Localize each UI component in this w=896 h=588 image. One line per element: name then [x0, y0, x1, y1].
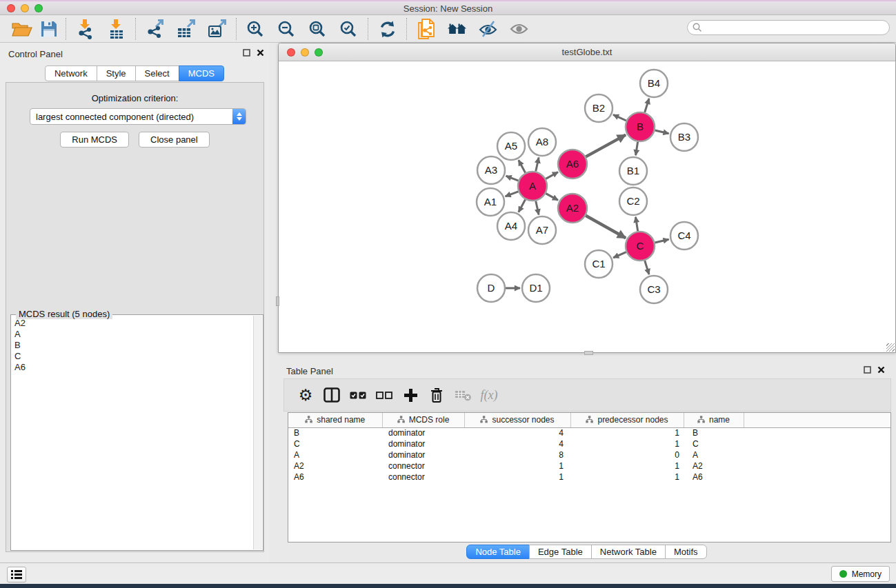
graph-node-C[interactable]: C	[626, 232, 655, 261]
graph-node-B[interactable]: B	[626, 112, 655, 141]
tab-mcds[interactable]: MCDS	[179, 65, 224, 81]
graph-edge-A-A3[interactable]	[506, 176, 519, 181]
graph-edge-B-B3[interactable]	[655, 130, 668, 134]
table-row[interactable]: A2connector11A2	[288, 460, 891, 472]
graph-edge-A-A1[interactable]	[506, 192, 519, 196]
table-cell[interactable]: dominator	[382, 427, 464, 438]
graph-edge-A-A8[interactable]	[536, 158, 539, 172]
export-table-icon[interactable]	[170, 17, 201, 41]
graph-node-A6[interactable]: A6	[558, 150, 587, 179]
run-mcds-button[interactable]: Run MCDS	[60, 132, 129, 148]
table-row[interactable]: Bdominator41B	[288, 427, 891, 438]
memory-button[interactable]: Memory	[831, 566, 890, 582]
table-row[interactable]: Adominator80A	[288, 449, 891, 460]
graph-edge-B-B1[interactable]	[636, 142, 638, 156]
graph-edge-C-C2[interactable]	[636, 217, 638, 232]
network-window-titlebar[interactable]: testGlobe.txt	[279, 43, 895, 61]
table-cell[interactable]: C	[288, 438, 382, 449]
table-cell[interactable]: 4	[464, 438, 570, 449]
close-panel-button[interactable]: Close panel	[139, 132, 210, 148]
table-cell[interactable]: 1	[570, 427, 684, 438]
graph-node-A8[interactable]: A8	[528, 128, 556, 156]
graph-node-B1[interactable]: B1	[619, 157, 647, 185]
result-list-item[interactable]: B	[12, 340, 253, 351]
table-cell[interactable]: A6	[684, 472, 744, 483]
canvas-scroll-nub-bottom[interactable]	[584, 351, 593, 355]
graph-edge-C-C3[interactable]	[645, 261, 649, 274]
tab-node-table[interactable]: Node Table	[466, 545, 530, 559]
graph-node-B3[interactable]: B3	[670, 123, 698, 151]
tab-select[interactable]: Select	[135, 65, 179, 81]
column-header-predecessor-nodes[interactable]: predecessor nodes	[570, 413, 684, 427]
column-header-name[interactable]: name	[684, 413, 744, 427]
graph-node-C1[interactable]: C1	[585, 250, 613, 278]
result-list-item[interactable]: C	[12, 351, 253, 362]
graph-node-A[interactable]: A	[518, 172, 547, 201]
search-field[interactable]	[687, 20, 890, 35]
zoom-in-icon[interactable]	[240, 17, 271, 41]
table-cell[interactable]: 4	[464, 427, 570, 438]
task-history-button[interactable]	[7, 567, 26, 582]
result-list-item[interactable]: A6	[12, 362, 253, 373]
delete-column-trash-icon[interactable]	[424, 381, 450, 409]
table-cell[interactable]: A2	[684, 460, 744, 472]
graph-edge-A-A6[interactable]	[546, 172, 558, 179]
select-all-columns-icon[interactable]	[345, 381, 371, 409]
export-network-icon[interactable]	[139, 17, 170, 41]
import-table-icon[interactable]	[101, 17, 132, 41]
table-cell[interactable]: A	[684, 449, 744, 460]
window-resize-grip[interactable]	[886, 343, 895, 352]
zoom-selected-icon[interactable]	[333, 17, 364, 41]
graph-edge-A-A5[interactable]	[519, 160, 526, 172]
result-list-item[interactable]: A2	[12, 318, 253, 329]
graph-edge-A2-C[interactable]	[586, 216, 626, 239]
graph-edge-A6-B[interactable]	[586, 135, 626, 157]
graph-node-B4[interactable]: B4	[640, 70, 668, 97]
create-column-plus-icon[interactable]	[397, 381, 424, 409]
table-cell[interactable]: 8	[464, 449, 570, 460]
graph-node-B2[interactable]: B2	[585, 94, 613, 122]
tab-network-table[interactable]: Network Table	[591, 545, 666, 559]
tab-motifs[interactable]: Motifs	[665, 545, 707, 559]
table-cell[interactable]: dominator	[382, 449, 464, 460]
column-header-mcds-role[interactable]: MCDS role	[382, 413, 464, 427]
result-scrollbar[interactable]	[253, 316, 262, 549]
show-graphics-details-icon[interactable]	[504, 17, 535, 41]
graph-edge-C-C4[interactable]	[655, 239, 668, 243]
close-table-panel-icon[interactable]	[877, 366, 885, 374]
refresh-view-icon[interactable]	[372, 17, 403, 41]
close-panel-icon[interactable]	[257, 49, 264, 57]
table-cell[interactable]: A6	[288, 472, 382, 483]
float-panel-icon[interactable]	[243, 49, 250, 57]
new-network-from-file-icon[interactable]	[410, 17, 441, 41]
graph-edge-B-B4[interactable]	[645, 99, 649, 112]
unselect-all-columns-icon[interactable]	[371, 381, 397, 409]
table-cell[interactable]: 1	[570, 438, 684, 449]
hide-graphics-details-icon[interactable]	[472, 17, 504, 41]
graph-node-A7[interactable]: A7	[528, 216, 556, 244]
graph-node-D1[interactable]: D1	[522, 274, 550, 302]
table-cell[interactable]: connector	[382, 460, 464, 472]
graph-node-A5[interactable]: A5	[497, 132, 525, 160]
graph-node-A1[interactable]: A1	[477, 188, 504, 216]
graph-node-C4[interactable]: C4	[670, 222, 698, 250]
table-cell[interactable]: dominator	[382, 438, 464, 449]
table-cell[interactable]: 0	[570, 449, 684, 460]
export-image-icon[interactable]	[201, 17, 232, 41]
session-home-icon[interactable]	[441, 17, 472, 41]
import-network-icon[interactable]	[70, 17, 101, 41]
table-cell[interactable]: 1	[464, 472, 570, 483]
tab-network[interactable]: Network	[45, 65, 97, 81]
delete-table-icon[interactable]	[450, 381, 476, 409]
graph-edge-C-C1[interactable]	[613, 252, 626, 258]
tab-edge-table[interactable]: Edge Table	[529, 545, 592, 559]
canvas-scroll-nub-left[interactable]	[276, 296, 279, 306]
table-row[interactable]: A6connector11A6	[288, 472, 891, 483]
table-cell[interactable]: 1	[464, 460, 570, 472]
result-list-item[interactable]: A	[12, 329, 253, 340]
graph-edge-A-A4[interactable]	[519, 199, 526, 212]
search-input[interactable]	[706, 23, 889, 32]
network-canvas[interactable]: B4B2BB3A5A8A6A3B1AA1C2A2A4A7C4CC1C3DD1	[279, 62, 895, 352]
zoom-fit-icon[interactable]	[302, 17, 333, 41]
table-cell[interactable]: B	[288, 427, 382, 438]
